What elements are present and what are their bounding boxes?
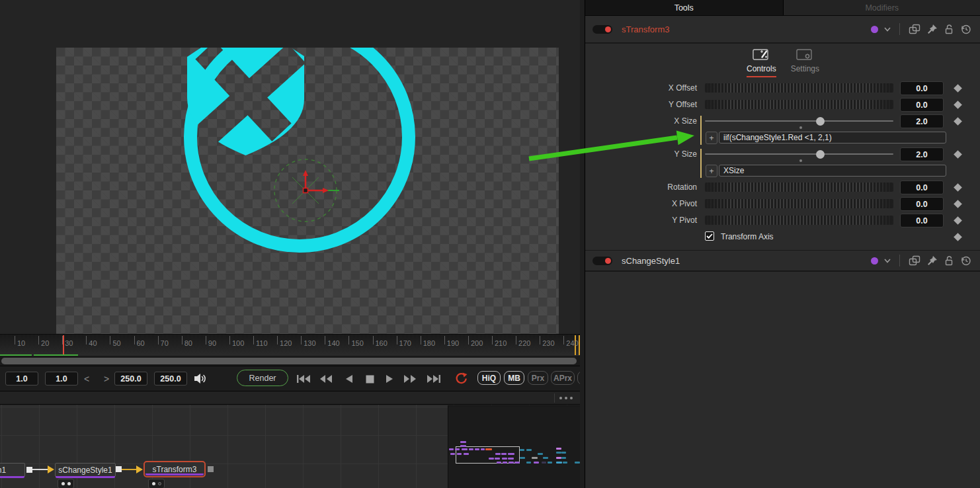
keyframe-diamond[interactable] (954, 101, 962, 109)
motion-blur-toggle[interactable]: MB (504, 371, 524, 385)
fast-rewind-button[interactable] (317, 373, 335, 385)
playhead[interactable] (63, 335, 64, 355)
keyframe-dash (489, 458, 494, 460)
transform-axis-checkbox[interactable] (705, 231, 714, 241)
viewer2-dot[interactable] (158, 482, 161, 485)
play-button[interactable] (381, 373, 398, 385)
node-view-buttons[interactable] (148, 479, 165, 488)
viewer1-dot[interactable] (152, 482, 155, 485)
y-size-slider[interactable] (705, 146, 893, 163)
keyframe-diamond[interactable] (954, 84, 962, 93)
slider-thumb[interactable] (816, 150, 825, 159)
keyframe-diamond[interactable] (954, 117, 962, 126)
center-handle[interactable] (304, 188, 308, 193)
node-schangestyle1[interactable]: sChangeStyle1 (55, 463, 116, 477)
keyframe-diamond[interactable] (954, 233, 962, 241)
tab-modifiers[interactable]: Modifiers (784, 0, 980, 15)
slider-track[interactable] (705, 120, 893, 122)
hiq-toggle[interactable]: HiQ (477, 371, 501, 385)
y-size-expression-field[interactable] (719, 165, 946, 177)
x-offset-value[interactable]: 0.0 (900, 81, 944, 95)
y-pivot-slider[interactable] (705, 216, 893, 225)
pin-icon[interactable] (927, 255, 938, 266)
history-reset-icon[interactable] (960, 24, 971, 34)
node-view-buttons[interactable] (58, 479, 74, 488)
node-stransform3-selected[interactable]: sTransform3 (143, 461, 206, 477)
goto-start-button[interactable] (295, 373, 312, 385)
versions-icon[interactable] (909, 255, 921, 266)
x-pivot-value[interactable]: 0.0 (900, 197, 944, 211)
history-reset-icon[interactable] (960, 255, 971, 266)
connection-line[interactable] (32, 469, 48, 470)
rotation-slider[interactable] (705, 183, 893, 192)
render-button[interactable]: Render (237, 370, 288, 386)
node-orm1[interactable]: orm1 (0, 463, 25, 477)
node-output-socket[interactable] (116, 466, 122, 472)
options-menu-button[interactable] (559, 397, 574, 400)
pane-divider[interactable] (580, 0, 585, 488)
render-start-field[interactable] (45, 372, 78, 386)
add-modifier-button[interactable]: + (706, 132, 717, 144)
keyframe-diamond[interactable] (954, 150, 962, 159)
timeline-scroll-track[interactable] (0, 356, 580, 366)
add-modifier-button[interactable]: + (706, 165, 717, 177)
node-output-socket[interactable] (208, 466, 214, 472)
connection-line[interactable] (122, 469, 136, 470)
step-back-button[interactable]: < (81, 372, 93, 386)
render-end-field[interactable] (114, 372, 147, 386)
step-forward-button[interactable]: > (101, 372, 112, 386)
color-tag-icon[interactable] (871, 257, 878, 264)
transform-widget[interactable] (274, 159, 339, 222)
viewer1-dot[interactable] (61, 482, 65, 485)
y-size-value[interactable]: 2.0 (900, 147, 944, 161)
ruler-tick-label: 120 (280, 339, 292, 347)
x-pivot-slider[interactable] (705, 199, 893, 208)
loop-button[interactable] (452, 372, 470, 384)
node-output-socket[interactable] (26, 467, 32, 473)
slider-track[interactable] (705, 153, 893, 155)
chevron-down-icon[interactable] (884, 27, 891, 32)
versions-icon[interactable] (909, 24, 921, 34)
input-arrow[interactable] (136, 466, 143, 473)
viewer2-dot[interactable] (67, 482, 71, 485)
input-arrow[interactable] (48, 466, 54, 473)
tool-header-schangestyle1[interactable]: sChangeStyle1 (585, 251, 980, 272)
x-offset-slider[interactable] (705, 83, 893, 93)
proxy-toggle[interactable]: Prx (528, 371, 548, 385)
play-reverse-button[interactable] (341, 373, 358, 385)
timeline-ruler[interactable]: 1020304050607080901001101201301401501601… (0, 334, 580, 356)
y-offset-slider[interactable] (705, 100, 893, 109)
stop-button[interactable] (361, 373, 378, 385)
auto-proxy-toggle[interactable]: APrx (551, 371, 575, 385)
x-size-slider[interactable] (705, 113, 893, 130)
color-tag-icon[interactable] (871, 26, 878, 33)
goto-end-button[interactable] (425, 373, 442, 385)
viewer-canvas[interactable] (56, 48, 559, 334)
enable-toggle[interactable] (592, 25, 612, 34)
x-size-value[interactable]: 2.0 (900, 114, 944, 128)
keyframe-diamond[interactable] (954, 200, 962, 208)
tab-controls[interactable]: Controls (747, 44, 776, 80)
x-size-expression-field[interactable] (719, 132, 946, 143)
audio-mute-button[interactable] (194, 373, 208, 387)
chevron-down-icon[interactable] (884, 259, 891, 263)
pin-icon[interactable] (927, 24, 938, 34)
keyframe-diamond[interactable] (954, 216, 962, 225)
timeline-scrollbar[interactable] (1, 358, 577, 364)
node-stransform3[interactable]: sTransform3 (145, 463, 204, 475)
global-start-field[interactable] (5, 372, 38, 386)
tab-tools[interactable]: Tools (585, 0, 784, 15)
rotation-value[interactable]: 0.0 (900, 181, 944, 194)
enable-toggle[interactable] (592, 257, 612, 265)
tab-settings[interactable]: Settings (791, 44, 819, 80)
slider-thumb[interactable] (816, 117, 825, 126)
lock-open-icon[interactable] (944, 24, 954, 34)
y-pivot-value[interactable]: 0.0 (900, 214, 944, 227)
lock-open-icon[interactable] (944, 255, 954, 266)
fast-forward-button[interactable] (401, 373, 419, 385)
y-offset-value[interactable]: 0.0 (900, 98, 944, 112)
tool-header-stransform3[interactable]: sTransform3 (585, 16, 980, 44)
keyframe-diamond[interactable] (954, 183, 962, 192)
keyframe-mini-panel[interactable] (448, 405, 580, 488)
global-end-field[interactable] (154, 372, 187, 386)
